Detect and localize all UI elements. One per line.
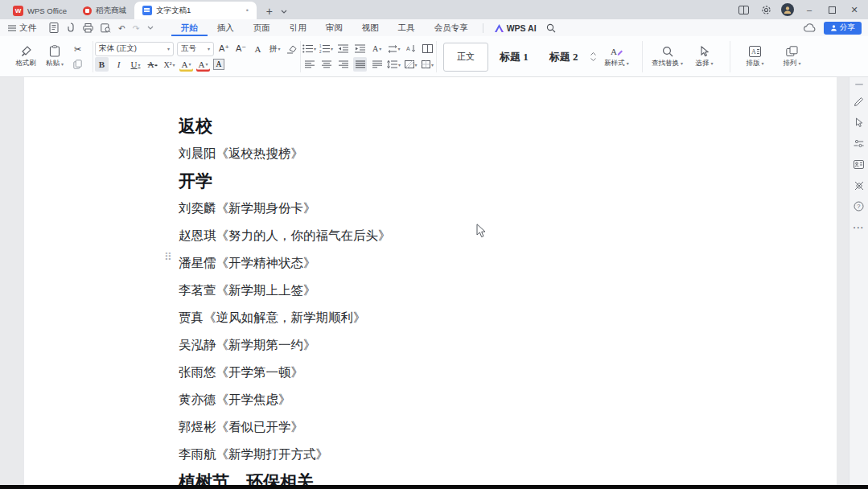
user-avatar[interactable] [781, 3, 794, 16]
decrease-font-button[interactable]: A⁻ [234, 42, 248, 56]
find-replace-button[interactable]: 查找替换▾ [649, 39, 686, 74]
split-view-icon[interactable] [736, 2, 751, 17]
align-left-button[interactable] [302, 57, 316, 72]
paragraph-drag-handle[interactable]: ⠿ [164, 251, 173, 263]
cloud-sync-icon[interactable] [804, 23, 816, 32]
style-item[interactable]: 标题 2 [540, 42, 588, 72]
menu-tab[interactable]: 视图 [352, 19, 389, 36]
mouse-pointer [476, 224, 487, 238]
undo-icon[interactable]: ↶ [118, 23, 125, 33]
line-spacing-button[interactable]: ▾ [387, 57, 401, 72]
settings-gear-icon[interactable] [759, 2, 773, 17]
superscript-button[interactable]: X²▾ [162, 57, 176, 72]
sort-button[interactable]: A [404, 42, 418, 56]
menu-tab[interactable]: 开始 [171, 19, 208, 36]
new-tab-button[interactable]: + [261, 3, 278, 19]
font-size-value: 五号 [181, 43, 196, 54]
columns-button[interactable] [421, 42, 434, 56]
increase-indent-button[interactable] [353, 42, 367, 56]
wps-ai-menu[interactable]: WPS AI [488, 23, 543, 33]
menu-tab[interactable]: 会员专享 [425, 19, 478, 36]
more-options-icon[interactable]: ··· [853, 221, 865, 233]
new-style-label: 新样式 [604, 59, 625, 68]
chinese-layout-button[interactable]: ▾ [387, 42, 401, 56]
share-button[interactable]: 分享 [824, 22, 862, 35]
text-direction-button[interactable]: A▾ [370, 42, 384, 56]
increase-font-button[interactable]: A⁺ [217, 42, 231, 56]
align-right-button[interactable] [336, 57, 350, 72]
tab-document-label: 文字文稿1 [156, 6, 191, 16]
menu-tab[interactable]: 页面 [244, 19, 280, 36]
reading-settings-icon[interactable] [853, 138, 865, 150]
align-center-button[interactable] [319, 57, 333, 72]
tools-icon[interactable] [853, 179, 865, 191]
decrease-indent-button[interactable] [336, 42, 350, 56]
clipboard-group: 格式刷 粘贴▾ ✂ [6, 39, 91, 74]
styles-scroll [588, 52, 599, 61]
strikethrough-button[interactable]: A▾ [146, 57, 159, 72]
italic-button[interactable]: I [112, 57, 125, 72]
save-icon[interactable] [49, 23, 59, 33]
style-item[interactable]: 标题 1 [490, 42, 538, 72]
minimize-button[interactable]: – [802, 2, 817, 17]
select-button[interactable]: 选择▾ [686, 39, 723, 74]
justify-button[interactable] [353, 57, 367, 72]
style-item[interactable]: 正文 [443, 43, 488, 72]
document-page[interactable]: ⠿ 返校刘晨阳《返校热搜榜》开学刘奕麟《新学期身份卡》赵恩琪《努力的人，你的福气… [24, 77, 837, 485]
borders-button[interactable]: ▾ [421, 57, 434, 72]
maximize-button[interactable] [825, 2, 839, 17]
font-size-select[interactable]: 五号▾ [177, 42, 214, 56]
char-shading-button[interactable]: A [213, 59, 224, 70]
print-icon[interactable] [83, 23, 93, 33]
text-layout-button[interactable]: A 排版▾ [737, 39, 774, 74]
text-effects-button[interactable]: A [251, 42, 265, 56]
font-family-select[interactable]: 宋体 (正文)▾ [95, 42, 174, 56]
font-family-value: 宋体 (正文) [99, 43, 137, 54]
shading-button[interactable]: ▾ [404, 57, 418, 72]
doc-line: 郭煜彬《看似已开学》 [179, 413, 821, 441]
bullet-list-button[interactable]: ▾ [302, 42, 316, 56]
edit-pen-icon[interactable] [853, 96, 865, 108]
bold-button[interactable]: B [95, 57, 109, 72]
tab-list-button[interactable] [278, 3, 290, 19]
format-painter-button[interactable]: 格式刷 [11, 39, 40, 74]
select-cursor-icon[interactable] [853, 117, 865, 129]
wps-office-window: W WPS Office 稻壳商城 文字文稿1 • + – [0, 0, 868, 489]
print-preview-icon[interactable] [101, 23, 111, 33]
menu-tab[interactable]: 审阅 [316, 19, 352, 36]
copy-icon[interactable] [71, 57, 84, 72]
clear-format-button[interactable] [285, 42, 298, 56]
close-button[interactable]: ✕ [847, 2, 862, 17]
svg-text:?: ? [857, 203, 860, 210]
highlight-color-button[interactable]: A▾ [179, 57, 193, 72]
doc-content[interactable]: 返校刘晨阳《返校热搜榜》开学刘奕麟《新学期身份卡》赵恩琪《努力的人，你的福气在后… [179, 113, 821, 485]
redo-icon[interactable]: ↷ [133, 23, 140, 33]
quickbar-caret-icon[interactable] [147, 26, 154, 30]
card-panel-icon[interactable] [853, 158, 865, 171]
cut-icon[interactable]: ✂ [71, 42, 84, 56]
menu-divider [483, 23, 483, 33]
file-menu[interactable]: 文件 [0, 23, 43, 34]
tab-docer[interactable]: 稻壳商城 [75, 2, 134, 19]
paste-caret-icon: ▾ [61, 61, 64, 67]
font-color-button[interactable]: A▾ [196, 57, 210, 72]
menu-tab[interactable]: 工具 [389, 19, 425, 36]
styles-scroll-down-icon[interactable] [590, 58, 596, 61]
rail-collapse-handle[interactable] [855, 84, 863, 85]
menu-tab[interactable]: 插入 [208, 19, 244, 36]
search-icon[interactable] [546, 23, 556, 33]
tab-document[interactable]: 文字文稿1 • [134, 2, 257, 19]
new-style-button[interactable]: A 新样式▾ [599, 46, 636, 68]
arrange-button[interactable]: 排列▾ [774, 39, 811, 74]
help-icon[interactable]: ? [853, 200, 865, 212]
numbered-list-button[interactable]: 12▾ [319, 42, 333, 56]
pinyin-guide-button[interactable]: 拼▾ [268, 42, 282, 56]
styles-scroll-up-icon[interactable] [590, 52, 596, 55]
menu-tab[interactable]: 引用 [280, 19, 316, 36]
font-group: 宋体 (正文)▾ 五号▾ A⁺ A⁻ A 拼▾ B I U▾ A▾ X²▾ A▾ [95, 39, 298, 74]
tab-wps-office[interactable]: W WPS Office [5, 2, 75, 19]
paste-button[interactable]: 粘贴▾ [40, 39, 69, 74]
underline-button[interactable]: U▾ [129, 57, 142, 72]
export-pdf-icon[interactable] [66, 23, 76, 33]
distribute-button[interactable] [370, 57, 384, 72]
